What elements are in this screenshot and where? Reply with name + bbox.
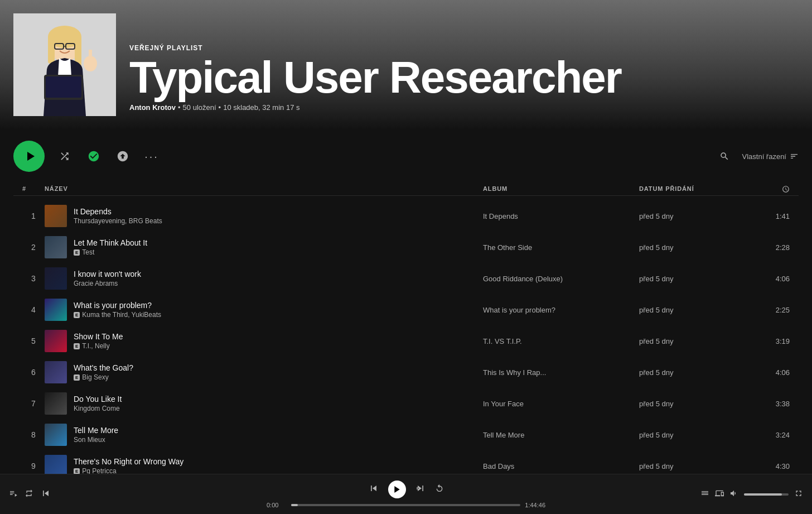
download-button[interactable] (114, 147, 132, 165)
svg-marker-13 (27, 152, 35, 161)
track-duration: 4:06 (751, 368, 790, 377)
track-row[interactable]: 7 Do You Like It Kingdom Come In Your Fa… (13, 388, 799, 419)
playlist-tracks-info: 10 skladeb, 32 min 17 s (223, 103, 299, 112)
track-album[interactable]: This Is Why I Rap... (483, 368, 639, 377)
track-number: 6 (22, 368, 45, 377)
player-play-button[interactable] (388, 481, 406, 498)
track-album[interactable]: It Depends (483, 212, 639, 220)
track-table: # Název Album Datum přidání 1 It Depends… (0, 183, 812, 513)
track-date: před 5 dny (639, 275, 751, 283)
col-num: # (22, 185, 45, 193)
track-name: Let Me Think About It (74, 238, 147, 247)
track-name: It Depends (74, 207, 162, 216)
track-album[interactable]: In Your Face (483, 400, 639, 408)
player-bar: 0:00 1:44:46 (0, 474, 812, 514)
col-name: Název (45, 185, 483, 193)
device-icon[interactable] (715, 489, 724, 500)
track-number: 4 (22, 305, 45, 314)
player-next-button[interactable] (415, 483, 426, 496)
explicit-badge: E (74, 343, 80, 349)
track-duration: 3:38 (751, 400, 790, 408)
track-thumbnail (45, 361, 67, 383)
track-number: 2 (22, 243, 45, 252)
checkmark-button[interactable] (85, 147, 103, 165)
playlist-cover (13, 13, 116, 116)
track-row[interactable]: 2 Let Me Think About It E Test The Other… (13, 232, 799, 263)
track-thumbnail (45, 267, 67, 290)
volume-bar[interactable] (744, 493, 789, 496)
track-name: What is your problem? (74, 301, 161, 310)
track-date: před 5 dny (639, 243, 751, 252)
track-details: What is your problem? E Kuma the Third, … (74, 301, 161, 319)
track-date: před 5 dny (639, 400, 751, 408)
track-details: Let Me Think About It E Test (74, 238, 147, 256)
track-row[interactable]: 1 It Depends Thursdayevening, BRG Beats … (13, 200, 799, 232)
col-album: Album (483, 185, 639, 193)
track-artist: Kingdom Come (74, 405, 122, 412)
track-album[interactable]: Tell Me More (483, 431, 639, 439)
player-center: 0:00 1:44:46 (185, 481, 627, 508)
hero-info: Veřejný playlist Typical User Researcher… (129, 44, 621, 116)
search-button[interactable] (716, 147, 733, 165)
controls-bar: ··· Vlastní řazení (0, 129, 812, 183)
track-date: před 5 dny (639, 431, 751, 439)
track-date: před 5 dny (639, 306, 751, 314)
progress-bar[interactable]: 0:00 1:44:46 (267, 502, 545, 508)
track-details: What's the Goal? E Big Sexy (74, 363, 133, 381)
track-number: 3 (22, 274, 45, 283)
player-left (9, 488, 176, 501)
play-button[interactable] (13, 141, 45, 172)
hero-meta: Anton Krotov • 50 uložení • 10 skladeb, … (129, 103, 621, 112)
total-time: 1:44:46 (525, 502, 545, 508)
track-thumbnail (45, 299, 67, 321)
explicit-badge: E (74, 468, 80, 474)
track-row[interactable]: 6 What's the Goal? E Big Sexy This Is Wh… (13, 357, 799, 388)
track-album[interactable]: T.I. VS T.I.P. (483, 337, 639, 345)
player-controls (368, 481, 444, 498)
track-date: před 5 dny (639, 212, 751, 220)
more-options-button[interactable]: ··· (143, 147, 161, 165)
prev-button[interactable] (40, 488, 51, 501)
track-info: Tell Me More Son Mieux (45, 424, 483, 446)
track-name: Do You Like It (74, 395, 122, 403)
track-info: I know it won't work Gracie Abrams (45, 267, 483, 290)
track-details: There's No Right or Wrong Way E Pg Petri… (74, 457, 183, 475)
track-artist: E Big Sexy (74, 373, 133, 381)
track-date: před 5 dny (639, 337, 751, 345)
track-duration: 2:25 (751, 306, 790, 314)
player-right (636, 489, 803, 500)
track-row[interactable]: 4 What is your problem? E Kuma the Third… (13, 294, 799, 325)
track-album[interactable]: The Other Side (483, 243, 639, 252)
volume-icon[interactable] (729, 489, 738, 500)
loop-button[interactable] (435, 484, 444, 495)
track-number: 8 (22, 430, 45, 439)
track-date: před 5 dny (639, 368, 751, 377)
track-details: I know it won't work Gracie Abrams (74, 270, 141, 287)
repeat-button[interactable] (25, 489, 33, 500)
player-prev-button[interactable] (368, 483, 379, 496)
volume-fill (744, 493, 782, 496)
track-row[interactable]: 3 I know it won't work Gracie Abrams Goo… (13, 263, 799, 294)
track-album[interactable]: Good Riddance (Deluxe) (483, 275, 639, 283)
track-details: It Depends Thursdayevening, BRG Beats (74, 207, 162, 225)
track-thumbnail (45, 236, 67, 258)
track-album[interactable]: What is your problem? (483, 306, 639, 314)
track-number: 5 (22, 337, 45, 345)
track-info: Let Me Think About It E Test (45, 236, 483, 258)
fullscreen-icon[interactable] (794, 489, 803, 500)
track-info: It Depends Thursdayevening, BRG Beats (45, 205, 483, 227)
col-duration (751, 185, 790, 193)
track-details: Show It To Me E T.I., Nelly (74, 332, 123, 350)
track-info: What's the Goal? E Big Sexy (45, 361, 483, 383)
shuffle-button[interactable] (56, 147, 74, 165)
track-duration: 3:24 (751, 431, 790, 439)
svg-point-11 (84, 56, 97, 71)
lyrics-button[interactable] (9, 489, 18, 500)
track-row[interactable]: 5 Show It To Me E T.I., Nelly T.I. VS T.… (13, 325, 799, 357)
progress-track[interactable] (291, 504, 520, 506)
sort-button[interactable]: Vlastní řazení (742, 152, 799, 161)
queue-icon[interactable] (700, 489, 709, 500)
track-album[interactable]: Bad Days (483, 462, 639, 470)
track-row[interactable]: 8 Tell Me More Son Mieux Tell Me More př… (13, 419, 799, 450)
playlist-type: Veřejný playlist (129, 44, 621, 52)
